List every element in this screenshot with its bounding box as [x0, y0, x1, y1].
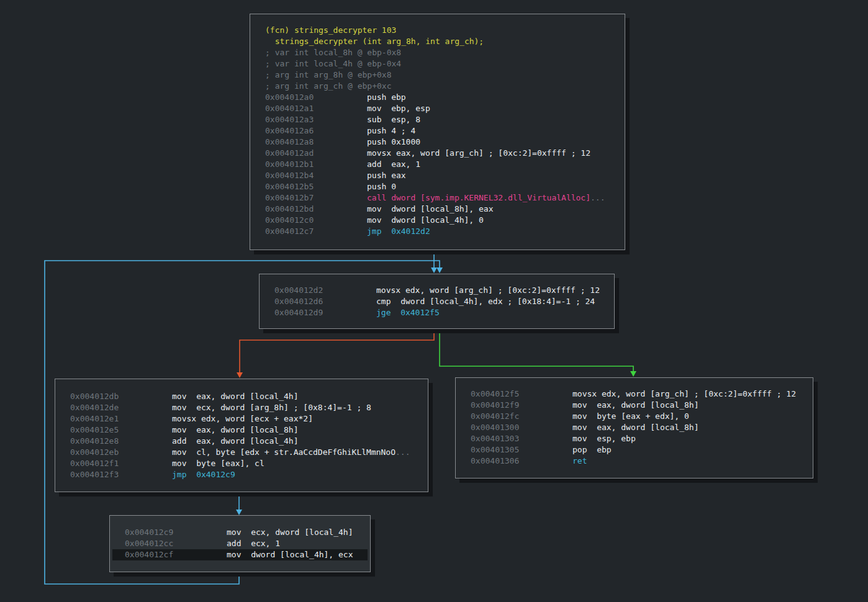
instruction-address: 0x004012de — [70, 402, 172, 413]
instruction-address: 0x004012d9 — [274, 307, 376, 318]
instruction-row-selected[interactable]: 0x004012cfmov dword [local_4h], ecx — [112, 549, 368, 560]
edge-condition-false-to-body — [237, 329, 434, 378]
basic-block-entry[interactable]: (fcn) strings_decrypter 103 strings_decr… — [250, 14, 625, 250]
instruction-row[interactable]: 0x00401300mov eax, dword [local_8h] — [471, 422, 813, 433]
header-row[interactable]: (fcn) strings_decrypter 103 — [265, 25, 625, 36]
instruction-row[interactable]: 0x004012d2movsx edx, word [arg_ch] ; [0x… — [274, 285, 614, 296]
instruction-text: add ecx, 1 — [227, 538, 280, 549]
instruction-row[interactable]: 0x004012f9mov eax, dword [local_8h] — [471, 400, 813, 411]
instruction-row[interactable]: 0x004012a0push ebp — [265, 92, 625, 103]
instruction-address: 0x004012e1 — [70, 413, 172, 425]
instruction-row[interactable]: 0x004012f3jmp 0x4012c9 — [70, 469, 428, 480]
instruction-text: sub esp, 8 — [367, 114, 420, 125]
instruction-text: mov eax, dword [local_8h] — [572, 400, 699, 411]
instruction-row[interactable]: 0x004012f5movsx edx, word [arg_ch] ; [0x… — [471, 389, 813, 400]
instruction-text: push 0 — [367, 181, 396, 192]
instruction-address: 0x004012d6 — [274, 296, 376, 307]
header-row[interactable]: ; arg int arg_ch @ ebp+0xc — [265, 81, 625, 92]
instruction-address: 0x004012eb — [70, 447, 172, 458]
instruction-text: ret — [572, 456, 587, 467]
edge-condition-true-to-exit — [440, 329, 636, 377]
instruction-address: 0x004012db — [70, 391, 172, 402]
instruction-row[interactable]: 0x00401303mov esp, ebp — [471, 433, 813, 444]
instruction-text: push 4 ; 4 — [367, 125, 415, 137]
variable-comment-line: ; var int local_8h @ ebp-0x8 — [265, 47, 401, 58]
truncation-ellipsis: ... — [590, 192, 605, 204]
instruction-row[interactable]: 0x004012d6cmp dword [local_4h], edx ; [0… — [274, 296, 614, 307]
instruction-row[interactable]: 0x00401306ret — [471, 456, 813, 467]
instruction-row[interactable]: 0x004012a3sub esp, 8 — [265, 114, 625, 125]
instruction-text: mov byte [eax + edx], 0 — [572, 411, 689, 422]
instruction-text: mov ecx, dword [local_4h] — [227, 527, 353, 538]
basic-block-loop-increment[interactable]: 0x004012c9mov ecx, dword [local_4h]0x004… — [109, 515, 371, 572]
instruction-row[interactable]: 0x004012f1mov byte [eax], cl — [70, 458, 428, 469]
instruction-text: mov esp, ebp — [572, 433, 636, 444]
instruction-text: jmp 0x4012c9 — [172, 469, 235, 480]
instruction-text: movsx edx, word [arg_ch] ; [0xc:2]=0xfff… — [572, 389, 796, 400]
instruction-row[interactable]: 0x004012c0mov dword [local_4h], 0 — [265, 215, 625, 226]
instruction-row[interactable]: 0x004012e1movsx edx, word [ecx + eax*2] — [70, 413, 428, 425]
instruction-address: 0x004012b5 — [265, 181, 367, 192]
graph-canvas[interactable]: (fcn) strings_decrypter 103 strings_decr… — [0, 0, 868, 602]
instruction-text: add eax, dword [local_4h] — [172, 436, 299, 447]
instruction-row[interactable]: 0x004012e8add eax, dword [local_4h] — [70, 436, 428, 447]
basic-block-loop-body[interactable]: 0x004012dbmov eax, dword [local_4h]0x004… — [55, 379, 428, 492]
instruction-row[interactable]: 0x004012b5push 0 — [265, 181, 625, 192]
instruction-row[interactable]: 0x004012fcmov byte [eax + edx], 0 — [471, 411, 813, 422]
instruction-row[interactable]: 0x004012b4push eax — [265, 170, 625, 181]
header-row[interactable]: ; arg int arg_8h @ ebp+0x8 — [265, 70, 625, 81]
basic-block-loop-condition[interactable]: 0x004012d2movsx edx, word [arg_ch] ; [0x… — [259, 274, 615, 329]
instruction-row[interactable]: 0x004012dbmov eax, dword [local_4h] — [70, 391, 428, 402]
instruction-text: cmp dword [local_4h], edx ; [0x18:4]=-1 … — [376, 296, 595, 307]
instruction-text: mov dword [local_8h], eax — [367, 204, 494, 215]
instruction-address: 0x004012a3 — [265, 114, 367, 125]
instruction-address: 0x00401300 — [471, 422, 572, 433]
instruction-row[interactable]: 0x004012ebmov cl, byte [edx + str.AaCcdD… — [70, 447, 428, 458]
instruction-row[interactable]: 0x00401305pop ebp — [471, 444, 813, 456]
variable-comment-line: ; var int local_4h @ ebp-0x4 — [265, 58, 401, 70]
header-row[interactable]: ; var int local_4h @ ebp-0x4 — [265, 58, 625, 70]
instruction-address: 0x004012f5 — [471, 389, 572, 400]
instruction-text: pop ebp — [572, 444, 612, 456]
instruction-address: 0x004012a0 — [265, 92, 367, 103]
instruction-address: 0x004012ad — [265, 148, 367, 159]
header-row[interactable]: ; var int local_8h @ ebp-0x8 — [265, 47, 625, 58]
instruction-text: mov ecx, dword [arg_8h] ; [0x8:4]=-1 ; 8 — [172, 402, 371, 413]
basic-block-exit[interactable]: 0x004012f5movsx edx, word [arg_ch] ; [0x… — [455, 377, 813, 478]
instruction-row[interactable]: 0x004012e5mov eax, dword [local_8h] — [70, 425, 428, 436]
instruction-text: movsx eax, word [arg_ch] ; [0xc:2]=0xfff… — [367, 148, 590, 159]
instruction-address: 0x00401306 — [471, 456, 572, 467]
instruction-address: 0x004012c7 — [265, 226, 367, 237]
instruction-text: jmp 0x4012d2 — [367, 226, 430, 237]
instruction-row[interactable]: 0x004012demov ecx, dword [arg_8h] ; [0x8… — [70, 402, 428, 413]
instruction-row[interactable]: 0x004012a1mov ebp, esp — [265, 103, 625, 114]
arrowhead-down-icon — [630, 371, 636, 377]
instruction-text: mov cl, byte [edx + str.AaCcdDeFfGhiKLlM… — [172, 447, 396, 458]
instruction-address: 0x004012c0 — [265, 215, 367, 226]
edge-body-to-increment — [236, 492, 242, 515]
instruction-text: mov eax, dword [local_4h] — [172, 391, 299, 402]
variable-comment-line: ; arg int arg_8h @ ebp+0x8 — [265, 70, 392, 81]
instruction-address: 0x004012b4 — [265, 170, 367, 181]
instruction-address: 0x00401305 — [471, 444, 572, 456]
instruction-address: 0x004012c9 — [125, 527, 227, 538]
instruction-address: 0x004012e5 — [70, 425, 172, 436]
arrowhead-down-icon — [237, 372, 243, 378]
instruction-row[interactable]: 0x004012admovsx eax, word [arg_ch] ; [0x… — [265, 148, 625, 159]
instruction-row[interactable]: 0x004012b7call dword [sym.imp.KERNEL32.d… — [265, 192, 625, 204]
instruction-row[interactable]: 0x004012a6push 4 ; 4 — [265, 125, 625, 137]
instruction-row[interactable]: 0x004012c9mov ecx, dword [local_4h] — [125, 527, 370, 538]
function-signature-line: strings_decrypter (int arg_8h, int arg_c… — [265, 36, 484, 47]
instruction-text: mov eax, dword [local_8h] — [572, 422, 699, 433]
instruction-row[interactable]: 0x004012c7jmp 0x4012d2 — [265, 226, 625, 237]
instruction-row[interactable]: 0x004012ccadd ecx, 1 — [125, 538, 370, 549]
instruction-text: jge 0x4012f5 — [376, 307, 440, 318]
header-row[interactable]: strings_decrypter (int arg_8h, int arg_c… — [265, 36, 625, 47]
instruction-row[interactable]: 0x004012a8push 0x1000 — [265, 137, 625, 148]
instruction-row[interactable]: 0x004012bdmov dword [local_8h], eax — [265, 204, 625, 215]
instruction-row[interactable]: 0x004012d9jge 0x4012f5 — [274, 307, 614, 318]
instruction-row[interactable]: 0x004012b1add eax, 1 — [265, 159, 625, 170]
instruction-address: 0x004012b1 — [265, 159, 367, 170]
instruction-text: push ebp — [367, 92, 406, 103]
instruction-address: 0x004012bd — [265, 204, 367, 215]
